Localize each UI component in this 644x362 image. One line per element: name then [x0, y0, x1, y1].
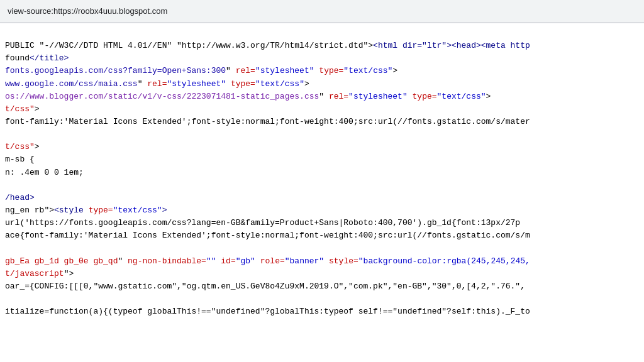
source-line-13: /head>	[5, 193, 35, 202]
url-text: view-source:https://roobx4uuu.blogspot.c…	[8, 6, 167, 16]
source-line-14: ng_en rb"><style type="text/css">	[5, 206, 167, 215]
source-line-12	[5, 180, 10, 190]
source-line-18: gb_Ea gb_1d gb_0e gb_qd" ng-non-bindable…	[5, 256, 530, 266]
source-line-20: oar_={CONFIG:[[[0,"www.gstatic.com","og.…	[5, 282, 525, 291]
source-line-6: t/css">	[5, 104, 40, 114]
source-line-10: m-sb {	[5, 155, 35, 164]
code-lines: PUBLIC "-//W3C//DTD HTML 4.01//EN" "http…	[0, 26, 644, 332]
source-line-16: ace{font-family:'Material Icons Extended…	[5, 231, 530, 240]
source-line-1: PUBLIC "-//W3C//DTD HTML 4.01//EN" "http…	[5, 41, 530, 50]
source-line-22: itialize=function(a){(typeof globalThis!…	[5, 307, 530, 316]
source-line-19: t/javascript">	[5, 269, 74, 278]
source-line-5: os://www.blogger.com/static/v1/v-css/222…	[5, 92, 491, 101]
address-bar[interactable]: view-source:https://roobx4uuu.blogspot.c…	[0, 0, 644, 23]
source-content: PUBLIC "-//W3C//DTD HTML 4.01//EN" "http…	[0, 23, 644, 362]
source-line-11: n: .4em 0 0 1em;	[5, 168, 84, 177]
source-line-3: fonts.googleapis.com/css?family=Open+San…	[5, 66, 397, 75]
source-line-9: t/css">	[5, 142, 40, 151]
source-line-17	[5, 243, 10, 253]
source-line-7: font-family:'Material Icons Extended';fo…	[5, 117, 530, 126]
source-line-21	[5, 294, 10, 304]
source-line-8	[5, 129, 10, 139]
source-line-15: url('https://fonts.googleapis.com/css?la…	[5, 218, 520, 228]
source-line-4: www.google.com/css/maia.css" rel="styles…	[5, 79, 309, 89]
source-line-2: found</title>	[5, 53, 69, 63]
